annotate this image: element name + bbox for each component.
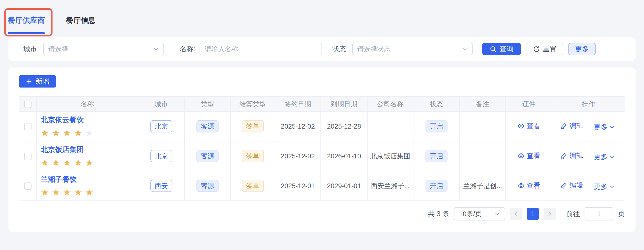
row-more-link[interactable]: 更多 [594, 122, 617, 132]
expire-date: 2029-01-01 [321, 171, 367, 201]
eye-icon [517, 152, 525, 159]
prev-page-button[interactable] [510, 208, 522, 220]
search-button[interactable]: 查询 [482, 43, 521, 55]
goto-label: 前往 [566, 209, 580, 218]
supplier-name-link[interactable]: 兰湘子餐饮 [41, 175, 138, 184]
add-button[interactable]: 新增 [19, 75, 56, 88]
table-row: 北京依云餐饮 ★★★★★ 北京 客源 签单 2025-12-02 2025-12… [19, 111, 625, 141]
view-cert-link[interactable]: 查看 [517, 181, 541, 190]
edit-link[interactable]: 编辑 [560, 181, 583, 190]
table-header-row: 名称 城市 类型 结算类型 签约日期 到期日期 公司名称 状态 备注 证件 操作 [19, 97, 625, 111]
table-card: 新增 名称 城市 类型 结算类型 签约日期 到期日期 公司名称 状态 [8, 68, 636, 232]
tab-restaurant-supplier-label: 餐厅供应商 [8, 16, 45, 24]
star-icon: ★ [41, 158, 49, 167]
name-input[interactable] [205, 45, 317, 53]
pagination-bar: 共 3 条 10条/页 1 前往 页 [19, 207, 625, 220]
city-select[interactable]: 请选择 [43, 43, 164, 55]
filter-bar: 城市: 请选择 名称: 状态: 请选择状态 查询 重置 更多 [8, 37, 636, 61]
city-tag: 北京 [150, 120, 172, 132]
page: 餐厅供应商 餐厅信息 城市: 请选择 名称: 状态: 请选择状态 查询 [0, 0, 644, 250]
status-select[interactable]: 请选择状态 [352, 43, 473, 55]
page-size-select[interactable]: 10条/页 [454, 207, 505, 220]
edit-label: 编辑 [569, 151, 583, 160]
eye-icon [517, 182, 525, 189]
city-select-placeholder: 请选择 [48, 45, 68, 54]
refresh-icon [533, 45, 540, 53]
row-more-label: 更多 [594, 122, 608, 132]
header-settle-type: 结算类型 [231, 97, 275, 111]
page-unit-label: 页 [618, 209, 625, 218]
view-cert-link[interactable]: 查看 [517, 121, 541, 131]
status-tag: 开启 [425, 120, 448, 132]
city-tag: 西安 [150, 180, 172, 192]
header-actions: 操作 [552, 97, 625, 111]
page-size-value: 10条/页 [459, 209, 482, 218]
sign-date: 2025-12-02 [275, 111, 321, 141]
settle-type-tag: 签单 [242, 120, 264, 132]
status-select-placeholder: 请选择状态 [357, 45, 391, 54]
chevron-down-icon [609, 124, 615, 130]
header-city: 城市 [138, 97, 184, 111]
settle-type-tag: 签单 [242, 180, 264, 192]
chevron-right-icon [547, 211, 553, 217]
star-icon: ★ [52, 128, 60, 138]
type-tag: 客源 [196, 180, 219, 192]
star-icon: ★ [41, 128, 49, 138]
supplier-name-link[interactable]: 北京饭店集团 [41, 145, 138, 155]
sign-date: 2025-12-02 [275, 141, 321, 171]
star-icon: ★ [74, 158, 82, 167]
rating-stars: ★★★★★ [41, 128, 138, 138]
next-page-button[interactable] [544, 208, 556, 220]
star-icon: ★ [63, 128, 71, 138]
add-button-label: 新增 [36, 77, 49, 86]
more-filters-button[interactable]: 更多 [568, 43, 596, 55]
row-more-link[interactable]: 更多 [594, 182, 617, 191]
row-more-link[interactable]: 更多 [594, 152, 617, 161]
row-checkbox[interactable] [24, 123, 32, 130]
more-filters-button-label: 更多 [575, 44, 589, 54]
tab-restaurant-supplier[interactable]: 餐厅供应商 [8, 15, 45, 34]
pencil-icon [560, 182, 567, 189]
star-icon: ★ [63, 188, 71, 197]
header-sign-date: 签约日期 [275, 97, 321, 111]
goto-page-input[interactable] [585, 207, 613, 220]
row-checkbox[interactable] [24, 182, 32, 190]
table-row: 兰湘子餐饮 ★★★★★ 西安 客源 签单 2025-12-01 2029-01-… [19, 171, 625, 201]
star-icon: ★ [63, 158, 71, 167]
supplier-table: 名称 城市 类型 结算类型 签约日期 到期日期 公司名称 状态 备注 证件 操作 [19, 96, 625, 201]
remark: 兰湘子是创... [460, 171, 506, 201]
view-cert-label: 查看 [527, 121, 541, 131]
supplier-name-link[interactable]: 北京依云餐饮 [41, 115, 138, 125]
star-icon: ★ [52, 158, 60, 167]
rating-stars: ★★★★★ [41, 158, 138, 167]
city-filter-label: 城市: [23, 44, 39, 54]
header-type: 类型 [184, 97, 231, 111]
star-icon: ★ [41, 188, 49, 197]
type-tag: 客源 [196, 120, 219, 132]
reset-button[interactable]: 重置 [526, 43, 563, 55]
chevron-left-icon [513, 211, 519, 217]
star-icon: ★ [85, 128, 93, 138]
table-row: 北京饭店集团 ★★★★★ 北京 客源 签单 2025-12-02 2026-01… [19, 141, 625, 171]
edit-link[interactable]: 编辑 [560, 151, 583, 160]
chevron-down-icon [494, 211, 500, 217]
view-cert-link[interactable]: 查看 [517, 151, 541, 160]
page-number-button[interactable]: 1 [527, 208, 539, 220]
edit-link[interactable]: 编辑 [560, 121, 583, 130]
status-tag: 开启 [425, 180, 448, 192]
reset-button-label: 重置 [543, 44, 557, 54]
status-tag: 开启 [425, 150, 448, 162]
tab-restaurant-info[interactable]: 餐厅信息 [66, 15, 96, 26]
view-cert-label: 查看 [527, 151, 541, 160]
row-checkbox[interactable] [24, 153, 32, 160]
chevron-down-icon [609, 184, 615, 189]
search-icon [490, 45, 497, 53]
header-remark: 备注 [460, 97, 506, 111]
select-all-checkbox[interactable] [24, 101, 32, 108]
pencil-icon [560, 122, 567, 129]
star-icon: ★ [52, 188, 60, 197]
settle-type-tag: 签单 [242, 150, 264, 162]
company-name: 西安兰湘子... [367, 171, 413, 201]
row-more-label: 更多 [594, 152, 608, 161]
rating-stars: ★★★★★ [41, 188, 138, 197]
